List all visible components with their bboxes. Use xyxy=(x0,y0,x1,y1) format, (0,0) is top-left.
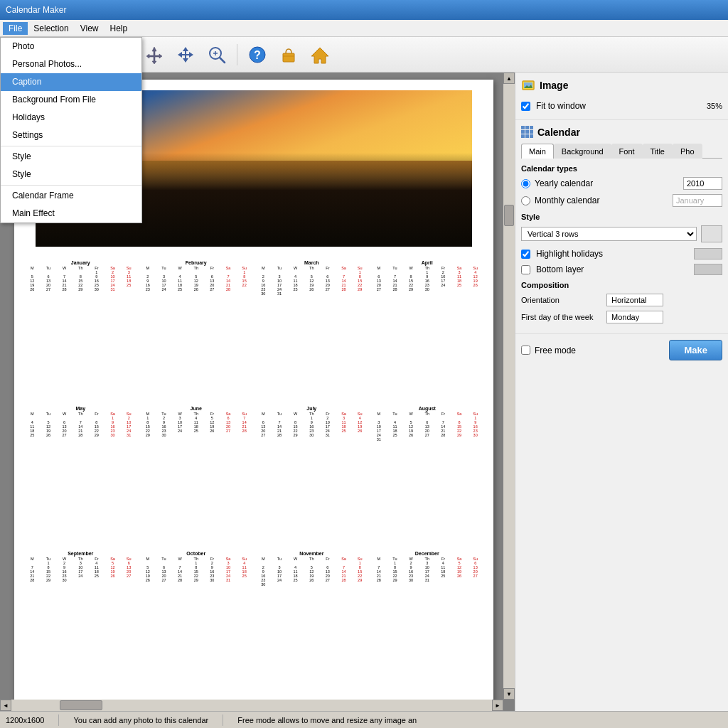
menu-view[interactable]: View xyxy=(75,22,105,35)
svg-text:?: ? xyxy=(254,49,261,61)
status-message1: You can add any photo to this calendar xyxy=(73,716,208,724)
first-day-value: Monday xyxy=(606,311,663,323)
dropdown-main-effect[interactable]: Main Effect xyxy=(1,205,141,223)
scroll-down-arrow[interactable]: ▼ xyxy=(503,688,515,700)
dropdown-background-from-file[interactable]: Background From File xyxy=(1,91,141,109)
svg-marker-12 xyxy=(146,47,162,64)
dropdown-style2[interactable]: Style xyxy=(1,166,141,183)
scroll-thumb-h[interactable] xyxy=(60,700,102,710)
status-divider2 xyxy=(223,714,223,726)
title-bar: Calendar Maker xyxy=(0,0,728,20)
highlight-holidays-row: Highlight holidays xyxy=(521,248,722,259)
status-divider1 xyxy=(58,714,59,726)
image-section: Image Fit to window 35% xyxy=(515,73,728,120)
style-preview xyxy=(701,225,722,242)
holidays-color-swatch[interactable] xyxy=(694,248,722,259)
calendar-months-grid: JanuaryMTuWThFrSaSu123567891011121314151… xyxy=(21,257,486,697)
dropdown-personal-photos[interactable]: Personal Photos... xyxy=(1,55,141,73)
toolbar-help-btn[interactable]: ? xyxy=(243,41,272,69)
menu-help[interactable]: Help xyxy=(105,22,134,35)
toolbar-zoom-btn[interactable] xyxy=(203,41,231,69)
toolbar-move-btn[interactable] xyxy=(140,41,168,69)
free-mode-checkbox[interactable] xyxy=(521,346,530,355)
yearly-calendar-option[interactable]: Yearly calendar xyxy=(521,177,722,190)
dropdown-calendar-frame[interactable]: Calendar Frame xyxy=(1,187,141,205)
cal-month-november: NovemberMTuWThFrSaSu12345678910111213141… xyxy=(255,551,368,694)
cal-month-march: MarchMTuWThFrSaSu12345678910111213141516… xyxy=(255,260,368,403)
cal-month-february: FebruaryMTuWThFrSaSu12345678910111213141… xyxy=(140,260,253,403)
menu-file[interactable]: File xyxy=(3,22,28,35)
tab-font[interactable]: Font xyxy=(611,144,643,159)
dropdown-holidays[interactable]: Holidays xyxy=(1,109,141,127)
tab-pho[interactable]: Pho xyxy=(673,144,702,159)
cal-month-july: JulyMTuWThFrSaSu123467891011121314151617… xyxy=(255,406,368,549)
svg-marker-13 xyxy=(178,47,193,63)
bottom-layer-checkbox[interactable] xyxy=(521,265,530,274)
toolbar-arrows-btn[interactable] xyxy=(171,41,200,69)
tab-main[interactable]: Main xyxy=(521,144,554,159)
dropdown-photo[interactable]: Photo xyxy=(1,38,141,55)
free-mode-row: Free mode xyxy=(521,346,663,355)
free-mode-label: Free mode xyxy=(535,346,576,355)
first-day-row: First day of the week Monday xyxy=(521,311,722,323)
dropdown-settings[interactable]: Settings xyxy=(1,127,141,144)
tab-background[interactable]: Background xyxy=(554,144,611,159)
composition-section: Composition Orientation Horizontal First… xyxy=(521,281,722,323)
status-dimensions: 1200x1600 xyxy=(6,716,44,724)
highlight-holidays-label: Highlight holidays xyxy=(536,249,603,259)
year-input[interactable] xyxy=(683,177,722,190)
scroll-right-arrow[interactable]: ► xyxy=(492,700,503,711)
orientation-label: Orientation xyxy=(521,296,606,304)
calendar-section-title: Calendar xyxy=(537,127,580,138)
toolbar-shop-btn[interactable] xyxy=(274,41,303,69)
month-input[interactable] xyxy=(673,194,722,207)
composition-label: Composition xyxy=(521,281,722,289)
style-select[interactable]: Vertical 3 rows xyxy=(521,227,697,241)
highlight-holidays-checkbox[interactable] xyxy=(521,250,530,259)
toolbar-sep2 xyxy=(237,44,237,65)
horizontal-scrollbar[interactable]: ◄ ► xyxy=(0,700,503,711)
calendar-grid-icon xyxy=(521,126,533,138)
vertical-scrollbar[interactable]: ▲ ▼ xyxy=(503,73,515,700)
dropdown-style1[interactable]: Style xyxy=(1,148,141,166)
fit-window-label: Fit to window xyxy=(536,101,586,111)
fit-window-row: Fit to window 35% xyxy=(521,98,722,114)
scroll-up-arrow[interactable]: ▲ xyxy=(503,73,515,84)
toolbar-home-btn[interactable] xyxy=(306,41,334,69)
scroll-thumb-v[interactable] xyxy=(504,205,514,226)
cal-month-october: OctoberMTuWThFrSaSu123456789101112131415… xyxy=(140,551,253,694)
orientation-row: Orientation Horizontal xyxy=(521,294,722,306)
orientation-value: Horizontal xyxy=(606,294,663,306)
calendar-tabs: Main Background Font Title Pho xyxy=(521,144,722,159)
app-title: Calendar Maker xyxy=(6,5,66,15)
image-section-title: Image xyxy=(540,80,568,91)
tab-title[interactable]: Title xyxy=(643,144,673,159)
right-panel: Image Fit to window 35% Calendar xyxy=(515,73,728,711)
dropdown-caption[interactable]: Caption xyxy=(1,73,141,91)
bottom-buttons: Free mode Make xyxy=(515,333,728,366)
calendar-section: Calendar Main Background Font Title Pho … xyxy=(515,120,728,333)
calendar-types-label: Calendar types xyxy=(521,164,722,173)
cal-month-april: AprilMTuWThFrSaSu12346789101112131415161… xyxy=(371,260,484,403)
calendar-section-header: Calendar xyxy=(521,126,722,138)
bottom-layer-color-swatch[interactable] xyxy=(694,264,722,275)
bottom-layer-label: Bottom layer xyxy=(536,264,584,274)
svg-rect-20 xyxy=(283,53,294,62)
image-section-icon xyxy=(521,78,535,92)
make-button[interactable]: Make xyxy=(669,340,722,360)
status-bar: 1200x1600 You can add any photo to this … xyxy=(0,711,728,728)
cal-month-june: JuneMTuWThFrSaSu123456789101112131415161… xyxy=(140,406,253,549)
yearly-radio[interactable] xyxy=(521,179,530,188)
scroll-left-arrow[interactable]: ◄ xyxy=(0,700,11,711)
first-day-label: First day of the week xyxy=(521,313,606,321)
cal-month-december: DecemberMTuWThFrSaSu12345678910111213141… xyxy=(371,551,484,694)
monthly-calendar-option[interactable]: Monthly calendar xyxy=(521,194,722,207)
monthly-radio[interactable] xyxy=(521,196,530,205)
image-section-header: Image xyxy=(521,78,722,92)
menu-selection[interactable]: Selection xyxy=(28,22,74,35)
style-label: Style xyxy=(521,213,722,221)
fit-window-checkbox[interactable] xyxy=(521,102,530,111)
cal-month-january: JanuaryMTuWThFrSaSu123567891011121314151… xyxy=(24,260,137,403)
cal-month-may: MayMTuWThFrSaSu1245678910111213141516171… xyxy=(24,406,137,549)
status-message2: Free mode allows to move and resize any … xyxy=(237,716,417,724)
